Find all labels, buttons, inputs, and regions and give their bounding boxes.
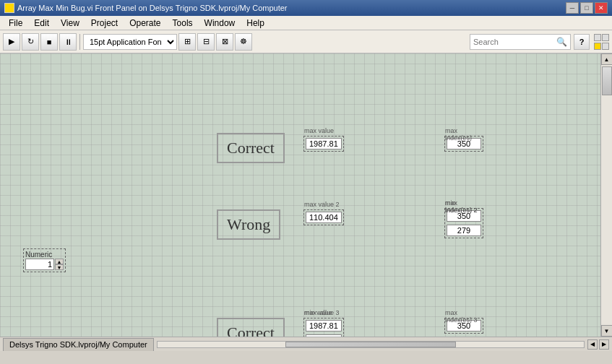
max-index-1-label: max index(es) bbox=[445, 127, 483, 142]
scroll-track[interactable] bbox=[601, 65, 612, 325]
abort-button[interactable]: ■ bbox=[40, 33, 58, 51]
search-input[interactable] bbox=[473, 38, 556, 46]
correct2-label: Correct bbox=[217, 318, 285, 337]
menu-project[interactable]: Project bbox=[85, 17, 124, 30]
max-value-3-value: 1987.81 bbox=[306, 320, 342, 332]
menu-operate[interactable]: Operate bbox=[124, 17, 166, 30]
align-button[interactable]: ⊞ bbox=[178, 33, 196, 51]
project-tab[interactable]: Delsys Trigno SDK.lvproj/My Computer bbox=[3, 338, 154, 351]
numeric-control[interactable]: Numeric ▲ ▼ bbox=[23, 248, 66, 272]
numeric-down[interactable]: ▼ bbox=[55, 264, 64, 270]
pause-button[interactable]: ⏸ bbox=[59, 33, 77, 51]
app-icon bbox=[4, 3, 14, 13]
minimize-button[interactable]: ─ bbox=[566, 2, 579, 14]
numeric-input[interactable] bbox=[25, 259, 54, 270]
resize-button[interactable]: ⊠ bbox=[216, 33, 233, 51]
max-index-2-group: max index(es) 2 350 min index(es) 2 279 bbox=[444, 208, 483, 238]
max-value-2-label: max value 2 bbox=[304, 201, 340, 208]
min-value-3-label: min value bbox=[304, 309, 332, 316]
menu-tools[interactable]: Tools bbox=[167, 17, 199, 30]
main-area: Correct max value 1987.81 max index(es) … bbox=[0, 53, 612, 337]
max-value-1-value: 1987.81 bbox=[306, 138, 342, 150]
menu-edit[interactable]: Edit bbox=[28, 17, 55, 30]
menu-bar: File Edit View Project Operate Tools Win… bbox=[0, 16, 612, 30]
font-select[interactable]: 15pt Application Font bbox=[83, 34, 177, 50]
wrong-label: Wrong bbox=[217, 209, 280, 240]
window-title: Array Max Min Bug.vi Front Panel on Dels… bbox=[17, 4, 566, 12]
menu-help[interactable]: Help bbox=[241, 17, 270, 30]
menu-view[interactable]: View bbox=[55, 17, 85, 30]
max-value-2: max value 2 110.404 bbox=[303, 209, 344, 225]
max-index-1: max index(es) 350 bbox=[444, 136, 483, 152]
run-continuously-button[interactable]: ↻ bbox=[22, 33, 39, 51]
maximize-button[interactable]: □ bbox=[580, 2, 593, 14]
horizontal-scrollbar[interactable] bbox=[157, 341, 585, 348]
min-index-2-label: min index(es) 2 bbox=[445, 199, 483, 214]
max-value-1: max value 1987.81 bbox=[303, 136, 344, 152]
help-button[interactable]: ? bbox=[574, 34, 590, 50]
min-index-2-value: 279 bbox=[447, 225, 481, 236]
distribute-button[interactable]: ⊟ bbox=[197, 33, 215, 51]
max-value-3-group: max value 3 1987.81 min value 110.404 bbox=[303, 318, 344, 337]
title-bar: Array Max Min Bug.vi Front Panel on Dels… bbox=[0, 0, 612, 16]
scroll-down-button[interactable]: ▼ bbox=[601, 325, 613, 337]
search-box: 🔍 bbox=[470, 34, 571, 50]
max-value-1-label: max value bbox=[304, 127, 334, 134]
reorder-button[interactable]: ☸ bbox=[235, 33, 252, 51]
numeric-up[interactable]: ▲ bbox=[55, 259, 64, 264]
max-value-2-value: 110.404 bbox=[306, 212, 342, 223]
correct1-label: Correct bbox=[217, 133, 285, 163]
scroll-left-button[interactable]: ◀ bbox=[587, 339, 598, 350]
h-scroll-thumb[interactable] bbox=[285, 342, 456, 347]
numeric-label: Numeric bbox=[25, 251, 64, 259]
menu-file[interactable]: File bbox=[3, 17, 28, 30]
scroll-up-button[interactable]: ▲ bbox=[601, 53, 613, 65]
window-controls: ─ □ ✕ bbox=[566, 2, 608, 14]
max-index-3: max index(es) 3 350 bbox=[444, 318, 483, 334]
vertical-scrollbar[interactable]: ▲ ▼ bbox=[600, 53, 612, 337]
canvas[interactable]: Correct max value 1987.81 max index(es) … bbox=[0, 53, 600, 337]
run-button[interactable]: ▶ bbox=[3, 33, 20, 51]
search-icon: 🔍 bbox=[556, 37, 567, 47]
min-value-3-value: 110.404 bbox=[306, 334, 342, 337]
toolbar: ▶ ↻ ■ ⏸ 15pt Application Font ⊞ ⊟ ⊠ ☸ 🔍 … bbox=[0, 30, 612, 53]
status-bar: Delsys Trigno SDK.lvproj/My Computer ◀ ▶ bbox=[0, 337, 612, 351]
scroll-thumb[interactable] bbox=[602, 66, 612, 95]
menu-window[interactable]: Window bbox=[199, 17, 241, 30]
close-button[interactable]: ✕ bbox=[595, 2, 608, 14]
scroll-right-button[interactable]: ▶ bbox=[599, 339, 609, 350]
max-index-3-label: max index(es) 3 bbox=[445, 309, 483, 324]
separator-1 bbox=[79, 34, 80, 50]
